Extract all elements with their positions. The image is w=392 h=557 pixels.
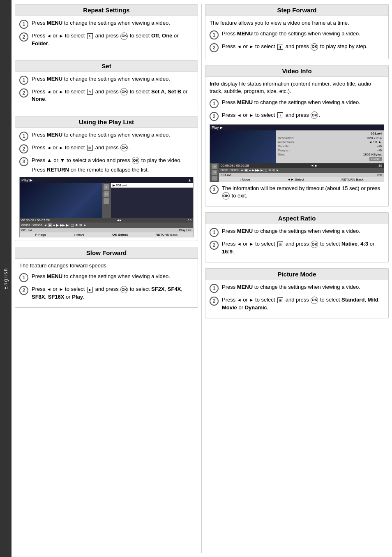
vi-ctrl-ff: ▶▶ [255,169,259,172]
video-info-intro: Info display file status information (co… [210,80,384,95]
repeat-settings-title: Repeat Settings [15,5,198,16]
vi-video-preview [210,130,276,163]
vi-file-name: 001.avi [221,173,231,177]
vi-controls: 00001 / 00001 ◄ ■ ● ▶ ▶▶ ▶| ◫ ✤ ⊞ [219,168,384,173]
ctrl-play: ▶ [56,223,59,227]
vi-sub-label: Subtitle: [278,144,290,148]
playlist-step3: 3 Press ▲ or ▼ to select a video and pre… [19,157,194,174]
playlist-overlay: ▶ 001.avi [111,183,193,218]
section-step-forward: Step Forward The feature allows you to v… [205,4,389,59]
vi-timecode: 00:00:08 / 00:02:28 [221,164,249,167]
section-playlist: Using the Play List 1 Press MENU to chan… [15,116,198,241]
vi-step3: 3 The information will be removed by tim… [210,185,384,200]
video-info-screenshot: Play ▶ 001.avi Resolution: 320 x 214 [210,124,384,182]
vs-navbar: P Page ↕ Move OK Select RETURN Back [20,232,193,237]
vi-info-label: Info [377,173,382,177]
sf-icon: ▮ [277,44,283,50]
vi-prog-value: –/0 [377,149,382,152]
step-num-1: 1 [210,228,219,237]
sf-step2-text: Press ◄ or ► to select ▮ and press OK to… [222,43,368,51]
vi-track-info: 00001 / 00001 [221,169,239,172]
playlist-step1-text: Press MENU to change the settings when v… [32,131,170,139]
ok-button: OK [311,297,318,304]
vi-step1: 1 Press MENU to change the settings when… [210,99,384,108]
ok-button: OK [120,88,128,95]
info-icon: i [277,112,283,118]
section-picture-mode: Picture Mode 1 Press MENU to change the … [205,268,389,318]
vs-top-bar: Play ▶ ▲ [20,177,193,183]
step-num-3: 3 [210,185,219,194]
playlist-step1: 1 Press MENU to change the settings when… [19,131,194,141]
playlist-item-selected: ▶ 001.avi [111,183,193,188]
vi-resolution-row: Resolution: 320 x 214 [278,136,382,140]
nav-move: ↕ Move [74,233,85,237]
slow-forward-body: The feature changes forward speeds. 1 Pr… [15,259,198,307]
step-num-1: 1 [19,273,28,282]
set-title: Set [15,60,198,72]
playlist-step3a-text: Press ▲ or ▼ to select a video and press… [32,157,182,163]
step-num-2: 2 [210,112,219,121]
step-num-1: 1 [210,30,219,39]
pm-step2: 2 Press ◄ or ► to select ⊞ and press OK … [210,296,384,311]
step-num-2: 2 [210,297,219,306]
playlist-step2: 2 Press ◄ or ► to select ▤ and press OK. [19,144,194,153]
track-count: 16 [188,218,191,222]
playlist-step2-text: Press ◄ or ► to select ▤ and press OK. [32,144,130,152]
vi-folder-icon: ○ [212,176,217,181]
vs-main: ⊕ ⊡ ○ ▶ 001.avi [20,183,193,218]
nav-page: P Page [35,233,46,237]
step-num-2: 2 [19,88,28,97]
vi-ctrl-m2: ✤ [269,169,271,172]
vi-sub-value: –/0 [377,144,382,148]
section-slow-forward: Slow Forward The feature changes forward… [15,247,198,308]
playlist-title: Using the Play List [15,116,198,128]
vi-nav-select: ◄► Select [288,178,304,181]
file-arrow: ▲ [188,178,191,182]
vs-controls: 00001 / 00001 ◄ ■ ● ▶ ▶▶ ▶| ◫ ✤ ⊞ ► [20,223,193,228]
play-list-label: Play List [179,228,191,232]
right-column: Step Forward The feature allows you to v… [202,4,389,553]
vi-track-ctrl: ◄ ■ [311,164,317,167]
pm-step1: 1 Press MENU to change the settings when… [210,283,384,293]
step-num-1: 1 [19,132,28,141]
slow-step2-text: Press ◄ or ► to select ▶ and press OK to… [32,285,194,301]
ok-button: OK [222,192,230,200]
playlist-screenshot: Play ▶ ▲ ⊕ ⊡ ○ [19,177,194,237]
set-step1: 1 Press MENU to change the settings when… [19,75,194,85]
vi-timebar: 00:00:08 / 00:02:28 ◄ ■ 16 [219,163,384,168]
vi-audio-row: AudioTrack: ◄ 1/1 ► [278,140,382,144]
repeat-settings-body: 1 Press MENU to change the settings when… [15,16,198,54]
ctrl-circle: ● [53,223,55,227]
repeat-icon: ↻ [87,33,93,39]
vi-info-panel: 001.avi Resolution: 320 x 214 AudioTrack… [276,130,384,163]
step-forward-intro: The feature allows you to view a video o… [210,19,384,27]
ar-step1-text: Press MENU to change the settings when v… [222,227,360,235]
vi-close-btn[interactable]: Close [278,157,382,161]
ok-button: OK [311,241,318,248]
vi-audio-label: AudioTrack: [278,140,295,144]
ctrl-skip: ▶| [66,223,69,227]
vi-filename: 001.avi [278,132,382,135]
ok-button: OK [311,111,318,119]
vi-ctrl-circle: ● [249,169,251,172]
pm-icon: ⊞ [277,297,283,303]
play-label: Play ▶ [21,178,32,182]
picture-mode-title: Picture Mode [205,269,388,280]
close-button[interactable]: Close [369,157,382,161]
pm-step2-text: Press ◄ or ► to select ⊞ and press OK to… [222,296,384,311]
file-name: 001.avi [21,228,32,232]
set-step2: 2 Press ◄ or ► to select ✎ and press OK … [19,88,194,103]
section-set: Set 1 Press MENU to change the settings … [15,60,198,110]
playlist-body: 1 Press MENU to change the settings when… [15,128,198,241]
ok-button: OK [120,286,128,293]
vi-top-bar: Play ▶ [210,125,384,130]
aspect-ratio-body: 1 Press MENU to change the settings when… [205,224,388,262]
step-num-1: 1 [210,99,219,108]
vi-size-label: Size: [278,153,285,156]
set-step2-text: Press ◄ or ► to select ✎ and press OK to… [32,88,194,103]
timecode: 00:00:08 / 00:02:28 [21,218,50,222]
vi-nav-back: RETURN Back [341,178,363,181]
vi-navbar: ↕ Move ◄► Select RETURN Back [219,177,384,182]
vi-audio-value: ◄ 1/1 ► [369,140,382,144]
slow-step1: 1 Press MENU to change the settings when… [19,273,194,282]
